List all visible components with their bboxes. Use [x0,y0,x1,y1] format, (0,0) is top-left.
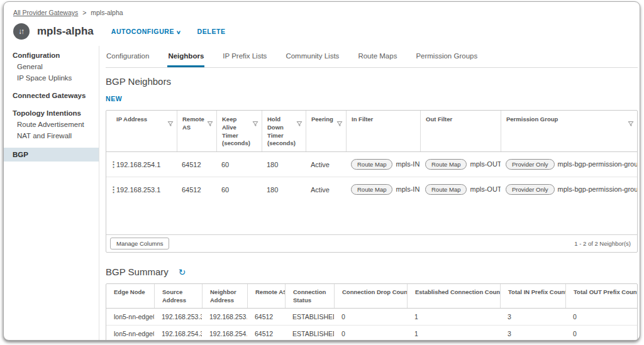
column-label: IP Address [116,116,147,123]
tab-neighbors[interactable]: Neighbors [167,50,204,67]
column-label: Total OUT Prefix Count [574,288,637,297]
connection-status-value: ESTABLISHED [285,313,334,320]
tab-route-maps[interactable]: Route Maps [357,50,397,67]
keep-alive-value: 60 [216,186,262,194]
neighbor-address-value: 192.168.253.1 [202,313,247,320]
tab-configuration[interactable]: Configuration [106,50,150,67]
sidebar-item-nat-and-firewall[interactable]: NAT and Firewall [4,130,99,141]
sidebar: Configuration General IP Space Uplinks C… [4,46,99,340]
manage-columns-button[interactable]: Manage Columns [110,238,169,249]
neighbor-row[interactable]: ⋮ 192.168.254.1 64512 60 180 Active Rout… [106,151,637,177]
provider-only-badge: Provider Only [506,159,555,170]
breadcrumb-current: mpls-alpha [91,9,123,16]
column-header-in-filter: In Filter [346,111,420,151]
in-filter-value: mpls-IN [396,160,419,168]
column-header-keep-alive-timer: Keep Alive Timer (seconds) [216,111,262,151]
hold-down-value: 180 [262,161,306,168]
out-filter-value: mpls-OUT [470,160,501,168]
neighbor-address-value: 192.168.254.1 [202,330,247,337]
column-header-connection-drop-count: Connection Drop Count [334,284,407,308]
edge-node-value: lon5-nn-edge0… [106,313,154,320]
total-in-prefix-count-value: 3 [500,313,565,320]
page-body: Configuration General IP Space Uplinks C… [4,46,640,340]
gateway-arrows-icon: ↓↑ [13,23,30,40]
sidebar-item-connected-gateways[interactable]: Connected Gateways [4,90,99,101]
source-address-value: 192.168.254.3 [154,330,202,337]
column-label: Hold Down Timer (seconds) [267,116,296,146]
content-area: Configuration Neighbors IP Prefix Lists … [99,46,640,340]
route-map-badge: Route Map [425,184,467,195]
column-label: Remote AS [255,288,285,297]
column-label: Source Address [162,288,186,304]
sidebar-item-route-advertisement[interactable]: Route Advertisement [4,119,99,130]
column-label: In Filter [352,116,373,123]
out-filter-cell: Route Mapmpls-OUT [420,184,501,195]
filter-icon[interactable] [296,121,303,129]
column-header-total-in-prefix-count: Total IN Prefix Count [500,284,565,308]
route-map-badge: Route Map [425,159,467,170]
in-filter-cell: Route Mapmpls-IN [346,159,420,170]
column-label: Remote AS [182,116,204,131]
column-header-ip-address: IP Address [106,111,177,151]
row-actions-kebab-icon[interactable]: ⋮ [109,160,116,168]
hold-down-value: 180 [262,186,306,194]
source-address-value: 192.168.253.3 [154,313,202,320]
column-header-total-out-prefix-count: Total OUT Prefix Count [565,284,637,308]
page-title: mpls-alpha [37,25,94,38]
refresh-icon[interactable]: ↻ [179,268,186,277]
breadcrumb: All Provider Gateways > mpls-alpha [13,9,640,16]
neighbors-table-footer: Manage Columns 1 - 2 of 2 Neighbor(s) [106,234,637,252]
breadcrumb-link-all-provider-gateways[interactable]: All Provider Gateways [13,9,78,16]
in-filter-cell: Route Mapmpls-IN [346,184,420,195]
filter-icon[interactable] [207,121,213,129]
keep-alive-value: 60 [216,161,262,168]
established-connection-count-value: 1 [407,330,500,337]
row-actions-kebab-icon[interactable]: ⋮ [109,185,116,194]
sidebar-item-bgp[interactable]: BGP [4,148,99,162]
column-header-source-address: Source Address [154,284,202,308]
out-filter-cell: Route Mapmpls-OUT [420,159,501,170]
filter-icon[interactable] [336,121,343,129]
connection-drop-count-value: 0 [334,330,407,337]
autoconfigure-button[interactable]: AUTOCONFIGURE∨ [111,28,181,35]
neighbor-row[interactable]: ⋮ 192.168.253.1 64512 60 180 Active Rout… [106,177,637,202]
delete-button[interactable]: DELETE [197,28,226,35]
column-header-neighbor-address: Neighbor Address [202,284,247,308]
in-filter-value: mpls-IN [396,185,419,193]
column-header-established-connection-count: Established Connection Count [407,284,500,308]
sidebar-item-topology-intentions[interactable]: Topology Intentions [4,107,99,119]
bgp-summary-heading: BGP Summary [106,266,169,277]
remote-as-value: 64512 [247,330,285,337]
total-in-prefix-count-value: 3 [500,330,565,337]
provider-only-badge: Provider Only [506,184,555,195]
new-neighbor-button[interactable]: NEW [106,95,122,102]
column-header-peering: Peering [306,111,346,151]
filter-icon[interactable] [628,121,634,129]
column-header-edge-node: Edge Node [106,284,154,308]
connection-drop-count-value: 0 [334,313,407,320]
remote-as-value: 64512 [177,161,216,168]
tab-community-lists[interactable]: Community Lists [285,50,340,67]
out-filter-value: mpls-OUT [470,185,501,193]
column-label: Connection Drop Count [342,288,407,297]
sidebar-item-ip-space-uplinks[interactable]: IP Space Uplinks [4,72,99,84]
summary-header-row: Edge Node Source Address Neighbor Addres… [106,284,637,308]
route-map-badge: Route Map [351,184,392,195]
permission-group-value: mpls-bgp-permission-group [558,160,637,168]
summary-row: lon5-nn-edge0… 192.168.254.3 192.168.254… [106,325,637,341]
autoconfigure-label: AUTOCONFIGURE [111,28,174,35]
column-header-connection-status: Connection Status [285,284,334,308]
tab-permission-groups[interactable]: Permission Groups [415,50,478,67]
bgp-summary-header: BGP Summary ↻ [106,266,638,277]
permission-group-value: mpls-bgp-permission-group [558,185,637,193]
column-label: Established Connection Count [415,288,500,297]
sidebar-item-configuration[interactable]: Configuration [4,50,99,61]
tab-ip-prefix-lists[interactable]: IP Prefix Lists [222,50,267,67]
neighbors-count-label: 1 - 2 of 2 Neighbor(s) [574,240,631,247]
sidebar-item-general[interactable]: General [4,61,99,72]
filter-icon[interactable] [167,121,174,129]
total-out-prefix-count-value: 0 [565,330,637,337]
column-header-permission-group: Permission Group [501,111,637,151]
column-label: Peering [311,116,333,123]
filter-icon[interactable] [252,121,258,129]
